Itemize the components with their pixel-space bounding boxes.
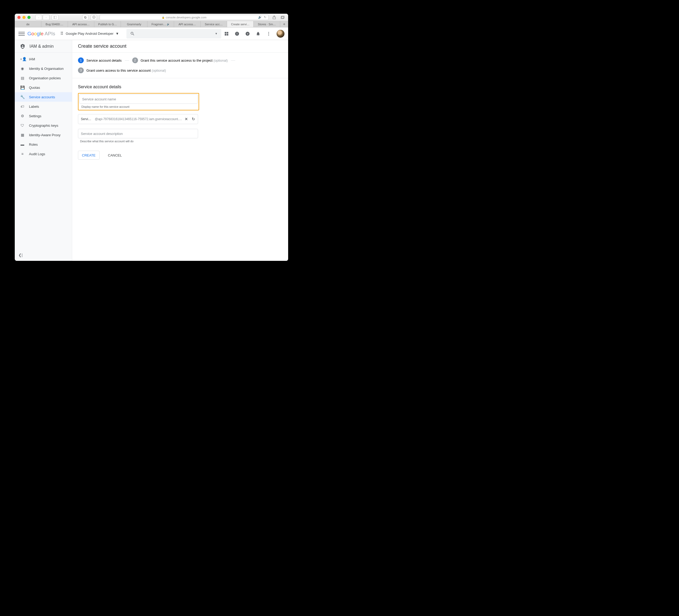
sidebar-item-roles[interactable]: ▬Roles bbox=[15, 140, 72, 149]
tabs-button[interactable] bbox=[280, 15, 286, 20]
browser-tab[interactable]: de bbox=[15, 21, 41, 27]
search-dropdown-icon[interactable]: ▼ bbox=[215, 32, 218, 35]
gift-icon[interactable] bbox=[224, 31, 229, 36]
sidebar-toggle[interactable] bbox=[52, 15, 59, 20]
svg-rect-0 bbox=[54, 16, 57, 19]
step-2[interactable]: 2Grant this service account access to th… bbox=[132, 57, 228, 63]
desc-helper: Describe what this service account will … bbox=[78, 140, 198, 143]
browser-tab[interactable]: Create servi… bbox=[227, 21, 254, 27]
lock-icon: 🔒 bbox=[162, 16, 165, 19]
browser-tab[interactable]: API access… bbox=[174, 21, 201, 27]
search-box[interactable]: ▼ bbox=[126, 29, 221, 38]
svg-text:?: ? bbox=[247, 32, 248, 35]
sidebar-item-quotas[interactable]: 💾Quotas bbox=[15, 83, 72, 92]
step-1[interactable]: 1Service account details bbox=[78, 57, 122, 63]
bell-icon[interactable] bbox=[256, 31, 261, 36]
browser-tab[interactable]: Publish to G… bbox=[94, 21, 121, 27]
gear-icon: ⚙ bbox=[20, 114, 25, 118]
main-content: Create service account 1Service account … bbox=[72, 40, 288, 261]
refresh-id-icon[interactable]: ↻ bbox=[192, 117, 195, 121]
extension-grammarly[interactable]: G bbox=[82, 15, 89, 20]
traffic-lights bbox=[18, 16, 31, 19]
share-button[interactable] bbox=[271, 15, 277, 20]
browser-tab[interactable]: API access… bbox=[68, 21, 95, 27]
sidebar-item-iam[interactable]: +👤IAM bbox=[15, 54, 72, 64]
step-optional: (optional) bbox=[152, 68, 166, 72]
sidebar-item-label: IAM bbox=[29, 57, 35, 61]
step-3[interactable]: 3Grant users access to this service acco… bbox=[78, 67, 166, 73]
clear-id-icon[interactable]: ✕ bbox=[185, 117, 188, 121]
audio-icon[interactable]: 🔊 bbox=[258, 16, 262, 19]
sidebar-item-settings[interactable]: ⚙Settings bbox=[15, 111, 72, 121]
person-add-icon: +👤 bbox=[20, 57, 25, 61]
service-account-description-input[interactable] bbox=[78, 129, 198, 138]
browser-tab[interactable]: Fragmen…🔊 bbox=[148, 21, 174, 27]
url-bar[interactable]: 🔒 console.developers.google.com 🔊 ↻ bbox=[100, 15, 269, 20]
url-text: console.developers.google.com bbox=[166, 16, 206, 19]
svg-text:!: ! bbox=[236, 32, 237, 35]
iam-shield-icon bbox=[20, 44, 25, 49]
sidebar-item-cryptographic-keys[interactable]: 🛡Cryptographic keys bbox=[15, 121, 72, 130]
gcp-header: GoogleAPIs ⠿ Google Play Android Develop… bbox=[15, 27, 288, 40]
step-label: Grant users access to this service accou… bbox=[86, 68, 166, 72]
name-helper: Display name for this service account bbox=[79, 105, 198, 108]
step-number: 1 bbox=[78, 57, 84, 63]
service-icon: 🔧 bbox=[20, 95, 25, 99]
sidebar-item-labels[interactable]: 🏷Labels bbox=[15, 102, 72, 111]
stepper: 1Service account details 2Grant this ser… bbox=[72, 53, 288, 78]
service-account-id-field: Service… @api-7976831618413465116-759572… bbox=[78, 114, 198, 124]
list-icon: ≡ bbox=[20, 152, 25, 156]
google-apis-logo[interactable]: GoogleAPIs bbox=[27, 31, 55, 37]
step-number: 3 bbox=[78, 67, 84, 73]
maximize-window[interactable] bbox=[27, 16, 31, 19]
help-icon[interactable]: ? bbox=[245, 31, 250, 36]
project-icon: ⠿ bbox=[60, 31, 63, 36]
forward-button[interactable]: › bbox=[43, 15, 50, 20]
sidebar-item-label: Labels bbox=[29, 104, 39, 109]
sidebar-header: IAM & admin bbox=[15, 40, 72, 53]
section-title: Service account details bbox=[78, 85, 282, 89]
step-divider bbox=[231, 60, 235, 61]
project-selector[interactable]: ⠿ Google Play Android Developer ▼ bbox=[60, 31, 119, 36]
step-label: Grant this service account access to the… bbox=[141, 59, 228, 62]
shield-icon: 🛡 bbox=[20, 123, 25, 127]
browser-tab[interactable]: Grammarly bbox=[121, 21, 148, 27]
sidebar-item-label: Service accounts bbox=[29, 95, 55, 99]
step-divider bbox=[125, 60, 129, 61]
more-icon[interactable] bbox=[266, 31, 271, 36]
page-title: Create service account bbox=[72, 40, 288, 53]
save-icon: 💾 bbox=[20, 85, 25, 90]
sidebar-item-audit-logs[interactable]: ≡Audit Logs bbox=[15, 149, 72, 159]
browser-tab[interactable]: Bug 59400:… bbox=[41, 21, 68, 27]
alert-icon[interactable]: ! bbox=[234, 31, 240, 36]
svg-point-14 bbox=[268, 33, 269, 34]
sidebar-item-identity-aware-proxy[interactable]: ▦Identity-Aware Proxy bbox=[15, 130, 72, 140]
collapse-sidebar[interactable]: ❮| bbox=[19, 253, 23, 257]
minimize-window[interactable] bbox=[22, 16, 26, 19]
sidebar-item-label: Settings bbox=[29, 114, 41, 118]
sidebar-item-label: Quotas bbox=[29, 86, 40, 90]
tag-icon: 🏷 bbox=[20, 104, 25, 109]
sidebar-item-service-accounts[interactable]: 🔧Service accounts bbox=[15, 92, 72, 102]
proxy-icon: ▦ bbox=[20, 133, 25, 137]
sidebar-item-identity-organisation[interactable]: ◉Identity & Organisation bbox=[15, 64, 72, 73]
browser-tab[interactable]: Service acc… bbox=[201, 21, 227, 27]
close-window[interactable] bbox=[18, 16, 21, 19]
sidebar-item-label: Identity & Organisation bbox=[29, 67, 64, 71]
service-account-name-input[interactable] bbox=[79, 94, 198, 104]
new-tab-button[interactable]: + bbox=[280, 21, 288, 27]
extension-info[interactable]: ⓘ bbox=[91, 15, 97, 20]
sidebar-item-organisation-policies[interactable]: ▤Organisation policies bbox=[15, 73, 72, 83]
svg-rect-8 bbox=[227, 34, 228, 35]
create-button[interactable]: CREATE bbox=[78, 151, 100, 160]
tab-bar: deBug 59400:…API access…Publish to G…Gra… bbox=[15, 21, 288, 27]
back-button[interactable]: ‹ bbox=[35, 15, 42, 20]
id-email: @api-7976831618413465116-759572.iam.gser… bbox=[95, 117, 183, 121]
id-prefix: Service… bbox=[81, 117, 93, 121]
sidebar-title: IAM & admin bbox=[30, 44, 54, 49]
browser-tab[interactable]: Stores · Sm… bbox=[254, 21, 280, 27]
menu-button[interactable] bbox=[19, 31, 25, 37]
reload-icon[interactable]: ↻ bbox=[264, 16, 266, 19]
avatar[interactable] bbox=[277, 30, 285, 38]
cancel-button[interactable]: CANCEL bbox=[104, 151, 126, 160]
